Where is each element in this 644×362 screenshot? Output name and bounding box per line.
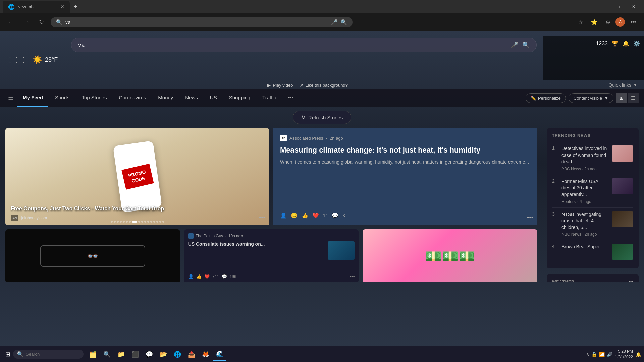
collections-icon[interactable]: ⭐: [588, 18, 600, 27]
glasses-article-card[interactable]: 👓: [5, 229, 180, 282]
main-search-input[interactable]: [78, 42, 507, 49]
refresh-button[interactable]: ↻: [36, 17, 47, 27]
points-guy-more-button[interactable]: •••: [350, 274, 355, 279]
nav-item-shopping[interactable]: Shopping: [224, 89, 256, 107]
settings-icon[interactable]: •••: [628, 18, 639, 26]
settings-gear-icon[interactable]: ⚙️: [633, 40, 640, 47]
taskbar-search-input[interactable]: [26, 352, 79, 357]
comment-icon: 💬: [332, 212, 338, 219]
grid-view-button[interactable]: ⊞: [616, 93, 627, 103]
grid-menu-button[interactable]: ⋮⋮⋮: [7, 56, 27, 64]
minimize-button[interactable]: —: [595, 0, 610, 13]
trending-time-1: 2h ago: [584, 167, 597, 171]
nav-item-traffic[interactable]: Traffic: [257, 89, 281, 107]
weather-widget: ☀️ 28°F: [32, 55, 58, 64]
maximize-button[interactable]: □: [610, 0, 626, 13]
avatar-reaction-icon: 👤: [280, 212, 287, 219]
nav-item-us[interactable]: US: [205, 89, 222, 107]
personalize-button[interactable]: ✏️ Personalize: [526, 93, 566, 103]
points-guy-emoji: 👍: [196, 274, 202, 279]
points-guy-card[interactable]: The Points Guy · 10h ago US Consulate is…: [184, 229, 359, 282]
trending-item-3[interactable]: 3 NTSB investigating crash that left 4 c…: [552, 208, 633, 241]
address-input[interactable]: [65, 19, 328, 25]
taskbar-start: ⊞: [3, 349, 13, 360]
newtab-page: ⋮⋮⋮ ☀️ 28°F 🎤 🔍 1233 🏆: [0, 31, 644, 362]
taskbar-teams-button[interactable]: 💬: [143, 348, 156, 361]
taskbar-folder-button[interactable]: 📂: [157, 348, 170, 361]
taskbar-explorer-button[interactable]: 🗂️: [86, 348, 100, 361]
notification-icon[interactable]: 🔔: [623, 40, 629, 47]
points-count: 1233: [596, 41, 608, 47]
trending-item-4[interactable]: 4 Brown Bear Super: [552, 240, 633, 263]
accounts-icon[interactable]: ⊕: [603, 18, 613, 27]
trending-item-2[interactable]: 2 Former Miss USA dies at 30 after appar…: [552, 175, 633, 208]
taskbar-edge-button[interactable]: 🌊: [213, 348, 226, 361]
notifications-tray-icon[interactable]: 🔔: [636, 352, 641, 357]
taskbar-app1-button[interactable]: 🦊: [199, 348, 212, 361]
tab-title: New tab: [17, 4, 34, 9]
nav-item-news[interactable]: News: [180, 89, 203, 107]
tray-volume-icon[interactable]: 🔊: [607, 352, 612, 357]
ad-article-card[interactable]: PROMOCODE Free Coupons, Just Two Clicks …: [5, 128, 269, 225]
nav-more-button[interactable]: •••: [283, 89, 299, 107]
back-button[interactable]: ←: [5, 17, 17, 27]
nav-item-sports[interactable]: Sports: [50, 89, 75, 107]
content-visible-button[interactable]: Content visible ▼: [569, 93, 613, 103]
search-submit-icon[interactable]: 🔍: [340, 19, 347, 25]
trending-source-1: ABC News: [561, 167, 581, 171]
featured-more-button[interactable]: •••: [527, 214, 533, 221]
system-clock[interactable]: 5:28 PM 1/31/2022: [615, 349, 633, 360]
nav-bar: ☰ My Feed Sports Top Stories Coronavirus…: [0, 89, 644, 107]
new-tab-button[interactable]: +: [71, 2, 80, 12]
active-tab[interactable]: 🌐 New tab ✕: [3, 1, 70, 13]
nav-item-top-stories[interactable]: Top Stories: [76, 89, 112, 107]
taskbar-snap-button[interactable]: ⬛: [128, 348, 142, 361]
taskbar-search-app-button[interactable]: 🔍: [100, 348, 114, 361]
tab-close-button[interactable]: ✕: [60, 4, 64, 9]
taskbar-filezilla-button[interactable]: 📤: [185, 348, 198, 361]
taskbar-chrome-button[interactable]: 🌐: [171, 348, 184, 361]
featured-article-description: When it comes to measuring global warmin…: [280, 159, 531, 208]
tray-wifi-icon[interactable]: 📶: [599, 352, 605, 357]
reaction-emoji-3: ❤️: [312, 212, 319, 219]
address-bar: ← → ↻ 🔍 🎤 🔍 ☆ ⭐ ⊕ A •••: [0, 13, 644, 31]
weather-icon: ☀️: [32, 55, 42, 64]
close-button[interactable]: ✕: [626, 0, 641, 13]
user-avatar[interactable]: A: [615, 17, 625, 27]
favorites-icon[interactable]: ☆: [576, 18, 586, 27]
weather-more-button[interactable]: •••: [629, 279, 633, 282]
tray-up-icon[interactable]: ∧: [586, 352, 589, 357]
quick-links-dropdown[interactable]: Quick links ▼: [608, 82, 637, 88]
main-mic-icon[interactable]: 🎤: [511, 41, 518, 49]
taskbar-files-button[interactable]: 📁: [114, 348, 128, 361]
tray-network-icon[interactable]: 🔒: [591, 352, 597, 357]
main-search-bar[interactable]: 🎤 🔍: [71, 38, 537, 52]
points-guy-time: 10h ago: [228, 234, 243, 238]
nav-item-my-feed[interactable]: My Feed: [17, 89, 48, 107]
ad-more-button[interactable]: •••: [259, 214, 265, 221]
address-search-bar[interactable]: 🔍 🎤 🔍: [51, 17, 353, 27]
forward-button[interactable]: →: [21, 17, 32, 27]
main-search-icon[interactable]: 🔍: [522, 41, 530, 49]
reaction-count: 14: [323, 213, 328, 218]
taskbar-search[interactable]: 🔍: [13, 350, 84, 359]
trending-item-1[interactable]: 1 Detectives involved in case of woman f…: [552, 142, 633, 175]
refresh-stories-button[interactable]: ↻ Refresh Stories: [293, 111, 351, 124]
featured-article-card[interactable]: AP Associated Press · 2h ago Measuring c…: [273, 128, 537, 225]
nav-item-coronavirus[interactable]: Coronavirus: [113, 89, 151, 107]
points-guy-heart: ❤️: [204, 274, 210, 279]
trending-time-3: 2h ago: [585, 232, 597, 237]
play-video-button[interactable]: ▶ Play video: [267, 83, 293, 88]
refresh-bar: ↻ Refresh Stories: [0, 107, 644, 128]
weather-sidebar-widget: WEATHER ••• 🏠 Lynbrook, New York ✏️ ☀️ 2…: [547, 274, 639, 282]
mic-icon[interactable]: 🎤: [331, 19, 338, 25]
like-background-button[interactable]: ↗ Like this background?: [300, 83, 347, 88]
money-article-card[interactable]: 💵💵💵: [363, 229, 537, 282]
start-button[interactable]: ⊞: [3, 349, 13, 360]
nav-item-money[interactable]: Money: [153, 89, 178, 107]
taskbar-search-icon: 🔍: [17, 351, 24, 357]
nav-hamburger-button[interactable]: ☰: [5, 92, 16, 104]
pencil-icon: ✏️: [531, 96, 536, 101]
list-view-button[interactable]: ☰: [628, 93, 639, 103]
trending-title-2: Former Miss USA dies at 30 after apparen…: [561, 178, 608, 198]
